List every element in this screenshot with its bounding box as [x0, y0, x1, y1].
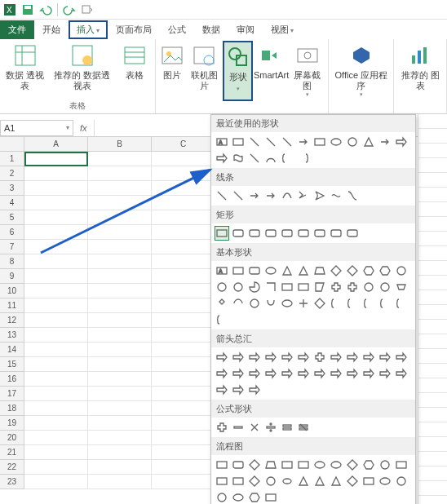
shape-option[interactable]	[263, 350, 278, 365]
shape-option[interactable]	[378, 474, 392, 489]
shapes-button[interactable]: 形状▾	[223, 41, 252, 101]
shape-option[interactable]	[394, 135, 409, 149]
shape-option[interactable]	[247, 263, 262, 278]
shape-option[interactable]	[215, 420, 229, 435]
shape-option[interactable]	[247, 135, 262, 149]
shape-option[interactable]	[329, 135, 343, 149]
row-header[interactable]: 2	[0, 166, 24, 181]
smartart-button[interactable]: SmartArt	[254, 41, 289, 101]
tab-data[interactable]: 数据	[194, 20, 228, 39]
shape-option[interactable]	[345, 350, 360, 365]
shape-option[interactable]	[361, 474, 376, 489]
cell[interactable]	[24, 298, 88, 313]
shape-option[interactable]	[312, 458, 327, 472]
cell[interactable]	[88, 225, 152, 240]
cell[interactable]	[152, 328, 215, 343]
shape-option[interactable]	[231, 296, 246, 311]
row-header[interactable]: 10	[0, 284, 24, 298]
cell[interactable]	[88, 298, 152, 313]
shape-option[interactable]	[215, 350, 229, 365]
row-header[interactable]: 5	[0, 210, 24, 225]
cell[interactable]	[152, 313, 215, 328]
shape-option[interactable]	[296, 188, 311, 203]
cell[interactable]	[88, 313, 152, 328]
cell[interactable]	[152, 343, 215, 357]
shape-option[interactable]	[231, 135, 246, 149]
shape-option[interactable]	[247, 458, 262, 472]
shape-option[interactable]	[329, 188, 343, 203]
cell[interactable]	[24, 431, 88, 445]
shape-option[interactable]	[215, 366, 229, 381]
shape-option[interactable]	[263, 366, 278, 381]
shape-option[interactable]	[263, 458, 278, 472]
cell[interactable]	[88, 166, 152, 181]
shape-option[interactable]	[280, 263, 294, 278]
shape-option[interactable]	[394, 350, 409, 365]
shape-option[interactable]	[215, 226, 229, 241]
cell[interactable]	[88, 196, 152, 210]
shape-option[interactable]	[312, 135, 327, 149]
shape-option[interactable]	[394, 474, 409, 489]
row-header[interactable]: 13	[0, 328, 24, 343]
shape-option[interactable]	[345, 474, 360, 489]
shape-option[interactable]	[231, 280, 246, 294]
shape-option[interactable]	[296, 151, 311, 166]
cell[interactable]	[24, 210, 88, 225]
shape-option[interactable]	[247, 296, 262, 311]
shape-option[interactable]	[280, 366, 294, 381]
shape-option[interactable]	[345, 263, 360, 278]
cell[interactable]	[24, 166, 88, 181]
shape-option[interactable]	[231, 263, 246, 278]
shape-option[interactable]	[280, 280, 294, 294]
shape-option[interactable]	[231, 226, 246, 241]
shape-option[interactable]	[280, 226, 294, 241]
shape-option[interactable]	[345, 280, 360, 294]
shape-option[interactable]	[263, 263, 278, 278]
cell[interactable]	[24, 284, 88, 298]
row-header[interactable]: 3	[0, 181, 24, 196]
cell[interactable]	[152, 181, 215, 196]
shape-option[interactable]	[215, 151, 229, 166]
shape-option[interactable]	[280, 151, 294, 166]
tab-view[interactable]: 视图▾	[263, 20, 302, 39]
cell[interactable]	[88, 269, 152, 284]
row-header[interactable]: 22	[0, 460, 24, 475]
cell[interactable]	[88, 401, 152, 416]
cell[interactable]	[152, 298, 215, 313]
row-header[interactable]: 8	[0, 254, 24, 269]
shape-option[interactable]	[296, 458, 311, 472]
tab-file[interactable]: 文件	[0, 20, 34, 39]
shape-option[interactable]	[247, 350, 262, 365]
shape-option[interactable]	[247, 226, 262, 241]
row-header[interactable]: 20	[0, 431, 24, 445]
cell[interactable]	[152, 254, 215, 269]
shape-option[interactable]	[247, 382, 262, 397]
cell[interactable]	[88, 284, 152, 298]
shape-option[interactable]: A	[215, 263, 229, 278]
shape-option[interactable]	[361, 350, 376, 365]
shape-option[interactable]	[345, 366, 360, 381]
shape-option[interactable]	[345, 296, 360, 311]
shape-option[interactable]	[378, 350, 392, 365]
shape-option[interactable]	[329, 366, 343, 381]
row-header[interactable]: 15	[0, 357, 24, 372]
cell[interactable]	[24, 475, 88, 489]
shape-option[interactable]	[263, 490, 278, 504]
shape-option[interactable]	[280, 474, 294, 489]
shape-option[interactable]	[345, 135, 360, 149]
shape-option[interactable]	[312, 280, 327, 294]
cell[interactable]	[24, 343, 88, 357]
shape-option[interactable]	[263, 474, 278, 489]
cell[interactable]	[24, 460, 88, 475]
shape-option[interactable]	[247, 188, 262, 203]
row-header[interactable]: 1	[0, 152, 24, 166]
shape-option[interactable]	[215, 458, 229, 472]
shape-option[interactable]	[263, 188, 278, 203]
cell[interactable]	[88, 387, 152, 401]
select-all-corner[interactable]	[0, 137, 24, 152]
shape-option[interactable]	[361, 263, 376, 278]
cell[interactable]	[152, 372, 215, 387]
cell[interactable]	[88, 152, 152, 166]
cell[interactable]	[152, 445, 215, 460]
cell[interactable]	[24, 225, 88, 240]
